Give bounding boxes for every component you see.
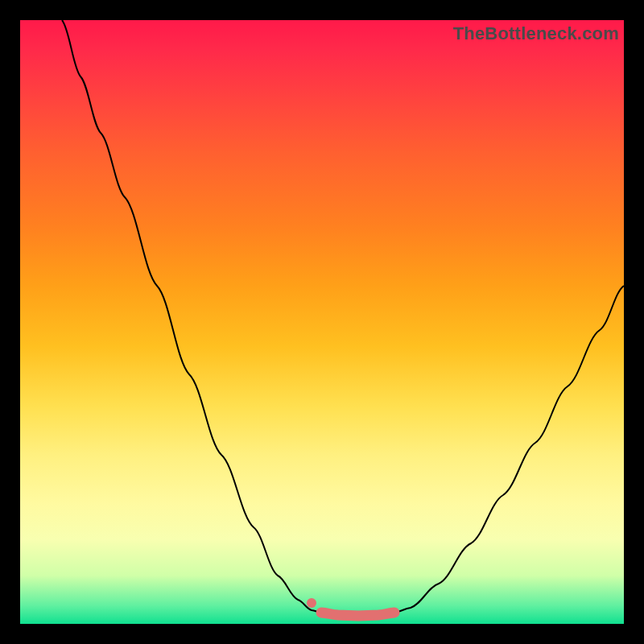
marker-dot — [307, 598, 316, 608]
curve-svg — [20, 20, 624, 624]
plot-area: TheBottleneck.com — [20, 20, 624, 624]
chart-frame: TheBottleneck.com — [0, 0, 644, 644]
right-curve — [394, 286, 624, 613]
left-curve — [62, 20, 321, 613]
highlight-band — [321, 613, 394, 616]
